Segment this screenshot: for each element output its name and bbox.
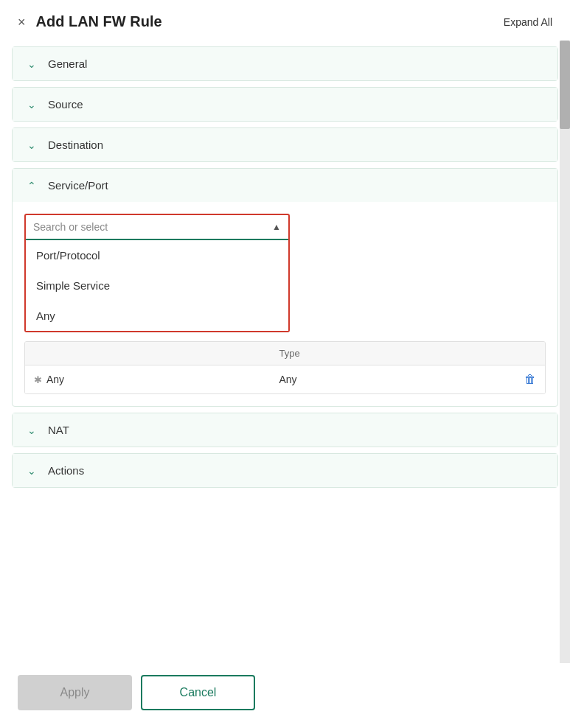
panel: × Add LAN FW Rule Expand All ⌄ General ⌄…	[0, 0, 570, 728]
chevron-down-icon: ⌄	[24, 58, 39, 70]
dropdown-option-port-protocol[interactable]: Port/Protocol	[26, 240, 288, 270]
section-service-port-label: Service/Port	[48, 179, 108, 192]
section-actions: ⌄ Actions	[12, 453, 558, 488]
apply-button[interactable]: Apply	[18, 675, 132, 710]
section-source-header[interactable]: ⌄ Source	[13, 88, 557, 121]
scrollbar-thumb[interactable]	[560, 41, 570, 129]
table-header-actions	[515, 342, 545, 365]
table-cell-type: Any	[271, 366, 516, 393]
section-service-port-header[interactable]: ⌃ Service/Port	[13, 169, 557, 202]
table-cell-col1-value: Any	[46, 374, 64, 385]
dropdown-option-any[interactable]: Any	[26, 301, 288, 331]
section-nat-label: NAT	[48, 424, 69, 436]
table-header-type: Type	[271, 342, 516, 365]
section-nat-header[interactable]: ⌄ NAT	[13, 413, 557, 447]
section-actions-label: Actions	[48, 464, 84, 477]
dropdown-arrow-icon: ▲	[272, 222, 281, 232]
chevron-up-icon: ⌃	[24, 180, 39, 192]
section-general-header[interactable]: ⌄ General	[13, 47, 557, 80]
dropdown-container: Search or select ▲ Port/Protocol Simple …	[13, 202, 557, 332]
panel-title: Add LAN FW Rule	[36, 13, 162, 30]
chevron-down-icon: ⌄	[24, 465, 39, 477]
delete-icon[interactable]: 🗑	[515, 365, 545, 393]
section-source: ⌄ Source	[12, 87, 558, 122]
section-source-label: Source	[48, 98, 83, 111]
asterisk-icon: ✱	[34, 374, 42, 385]
table-cell-col1: ✱ Any	[25, 366, 271, 393]
chevron-down-icon: ⌄	[24, 424, 39, 436]
chevron-down-icon: ⌄	[24, 139, 39, 151]
section-actions-header[interactable]: ⌄ Actions	[13, 454, 557, 487]
table-header-col1	[25, 342, 271, 365]
section-destination-header[interactable]: ⌄ Destination	[13, 128, 557, 161]
scrollbar-track[interactable]	[560, 41, 570, 663]
table-header-row: Type	[25, 342, 545, 365]
content-area: ⌄ General ⌄ Source ⌄ Destination ⌃ Servi…	[0, 41, 570, 663]
panel-header: × Add LAN FW Rule Expand All	[0, 0, 570, 41]
close-icon[interactable]: ×	[18, 15, 26, 29]
section-general-label: General	[48, 57, 87, 70]
dropdown-placeholder: Search or select	[33, 221, 272, 233]
cancel-button[interactable]: Cancel	[141, 675, 255, 710]
panel-header-left: × Add LAN FW Rule	[18, 13, 162, 30]
service-port-table: Type ✱ Any Any 🗑	[24, 341, 546, 394]
section-destination-label: Destination	[48, 139, 103, 151]
section-general: ⌄ General	[12, 46, 558, 81]
section-nat: ⌄ NAT	[12, 413, 558, 447]
dropdown-options: Port/Protocol Simple Service Any	[26, 240, 288, 331]
dropdown-option-simple-service[interactable]: Simple Service	[26, 270, 288, 301]
expand-all-button[interactable]: Expand All	[504, 16, 552, 28]
footer-buttons: Apply Cancel	[0, 663, 570, 728]
dropdown-input-row[interactable]: Search or select ▲	[26, 215, 288, 240]
table-row: ✱ Any Any 🗑	[25, 365, 545, 393]
chevron-down-icon: ⌄	[24, 99, 39, 111]
dropdown-field[interactable]: Search or select ▲ Port/Protocol Simple …	[24, 214, 290, 332]
section-destination: ⌄ Destination	[12, 127, 558, 162]
section-service-port: ⌃ Service/Port Search or select ▲ Port/P…	[12, 168, 558, 407]
